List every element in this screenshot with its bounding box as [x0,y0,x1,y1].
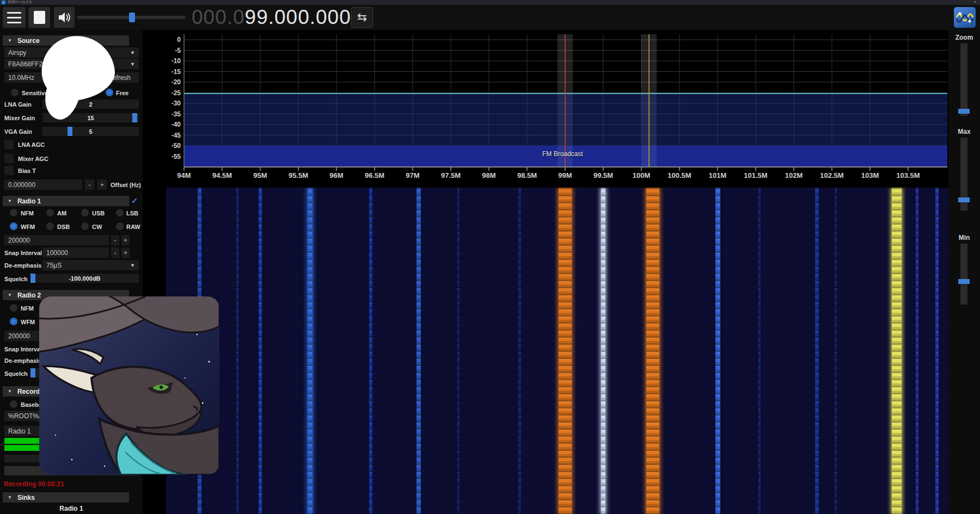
offset-label: Offset (Hz) [111,180,141,189]
radio1-deemphasis-dropdown[interactable]: 75µS ▼ [42,260,139,270]
fft-control-column: Zoom Max Min [948,30,980,514]
fft-spectrum-plot[interactable]: 0-5-10-15-20-25-30-35-40-45-50-55 94M94.… [146,30,948,188]
gainmode-sensitive-radio[interactable] [11,89,19,96]
db-tick-label: -40 [146,121,181,128]
radio1-bw-minus[interactable]: - [111,235,119,245]
display-settings-button[interactable] [954,7,976,28]
window-close-icon[interactable]: ✕ [973,0,977,4]
offset-input[interactable]: 0.000000 [4,179,82,190]
frequency-tick-label: 102.5M [814,171,849,179]
frequency-tick-label: 94M [167,171,201,179]
radio1-snap-label: Snap Interval [4,248,42,257]
vga-gain-label: VGA Gain [4,127,32,136]
sinks-stream-label: Radio 1 [0,505,143,512]
frequency-tick-label: 98M [471,171,506,179]
radio1-mode-am[interactable] [46,209,54,216]
radio1-squelch-slider[interactable]: -100.000dB [30,274,139,283]
min-slider-handle[interactable] [958,279,970,284]
fft-svg [146,30,948,188]
window-titlebar: SDR++ v1.0.4 ✕ [0,0,980,5]
radio1-mode-raw[interactable] [116,222,124,230]
radio1-mode-wfm[interactable] [10,222,17,230]
radio1-panel-title: Radio 1 [17,197,41,205]
zoom-slider-label: Zoom [948,34,980,41]
db-tick-label: -45 [146,132,181,139]
stop-button[interactable] [28,7,50,28]
recorder-baseband-radio[interactable] [10,400,17,408]
radio1-bw-plus[interactable]: + [121,235,130,245]
vga-gain-slider[interactable]: 5 [42,127,139,136]
gainmode-free-radio[interactable] [106,89,113,96]
min-slider[interactable] [960,244,967,305]
frequency-tick-label: 101.5M [738,171,773,179]
radio1-snap-input[interactable]: 100000 [42,247,109,258]
frequency-tick-label: 101M [700,171,735,179]
radio1-enabled-checkbox[interactable]: ✓ [131,196,138,206]
frequency-display[interactable]: 000.099.000.000 [192,7,351,28]
frequency-tick-label: 95M [243,171,278,179]
frequency-tick-label: 96.5M [357,171,392,179]
db-tick-label: -50 [146,142,181,150]
radio1-deemphasis-label: De-emphasis [4,261,41,270]
radio1-bandwidth-input[interactable]: 200000 [4,235,109,245]
offset-minus-button[interactable]: - [85,179,94,190]
radio1-mode-lsb[interactable] [116,209,124,216]
volume-slider-handle[interactable] [129,13,135,22]
mixer-agc-checkbox[interactable] [4,154,14,163]
db-tick-label: -55 [146,153,181,160]
radio1-snap-minus[interactable]: - [111,247,119,258]
frequency-tick-label: 99M [548,171,583,179]
chevron-down-icon: ▼ [130,263,135,268]
frequency-tick-label: 96M [319,171,354,179]
mixer-gain-label: Mixer Gain [4,113,35,122]
db-tick-label: -30 [146,100,181,107]
bias-t-checkbox[interactable] [4,166,14,175]
collapse-arrow-icon: ▼ [8,199,12,203]
fft-zoom-icon [956,10,973,25]
frequency-tick-label: 103M [853,171,887,179]
radio1-snap-plus[interactable]: + [121,247,130,258]
radio1-mode-nfm[interactable] [10,209,17,216]
radio1-squelch-label: Squelch [4,274,28,283]
frequency-tick-label: 97M [395,171,430,179]
db-tick-label: 0 [146,36,181,44]
frequency-tick-label: 100M [624,171,659,179]
collapse-arrow-icon: ▼ [8,293,12,298]
zoom-slider[interactable] [960,44,967,116]
radio1-mode-cw[interactable] [81,222,89,230]
menu-button[interactable] [3,7,26,28]
zoom-slider-handle[interactable] [958,109,970,114]
db-tick-label: -15 [146,68,181,76]
lna-agc-label: LNA AGC [18,140,45,149]
radio2-mode-wfm[interactable] [10,318,17,325]
lna-agc-checkbox[interactable] [4,140,14,149]
radio1-mode-dsb[interactable] [46,222,54,230]
radio1-panel-header[interactable]: ▼ Radio 1 [3,196,129,206]
source-panel-title: Source [17,37,40,45]
hamburger-icon [7,12,21,14]
frequency-value: 99.000.000 [245,6,351,29]
sinks-panel-header[interactable]: ▼ Sinks [3,492,129,503]
frequency-tick-label: 94.5M [205,171,240,179]
tuning-mode-button[interactable]: ⇆ [351,7,373,28]
mixer-agc-label: Mixer AGC [18,154,48,163]
band-plan-label: FM Broadcast [542,150,583,158]
waterfall-display[interactable] [166,188,948,514]
db-tick-label: -5 [146,47,181,54]
volume-slider[interactable] [77,16,185,19]
gainmode-free-label: Free [116,88,128,97]
frequency-tick-label: 100.5M [662,171,697,179]
min-slider-label: Min [948,234,980,241]
radio1-mode-usb[interactable] [81,209,89,216]
chevron-down-icon: ▼ [130,50,135,55]
max-slider-handle[interactable] [958,197,970,202]
radio2-deemphasis-label: De-emphasis [4,356,41,365]
radio2-mode-nfm[interactable] [10,304,17,312]
offset-plus-button[interactable]: + [97,179,107,190]
dragon-artwork [39,296,219,475]
radio2-squelch-handle[interactable] [30,368,35,377]
frequency-tick-label: 97.5M [433,171,468,179]
waterfall-noise-overlay [166,188,948,514]
max-slider-label: Max [948,128,980,135]
mute-button[interactable] [54,7,75,28]
